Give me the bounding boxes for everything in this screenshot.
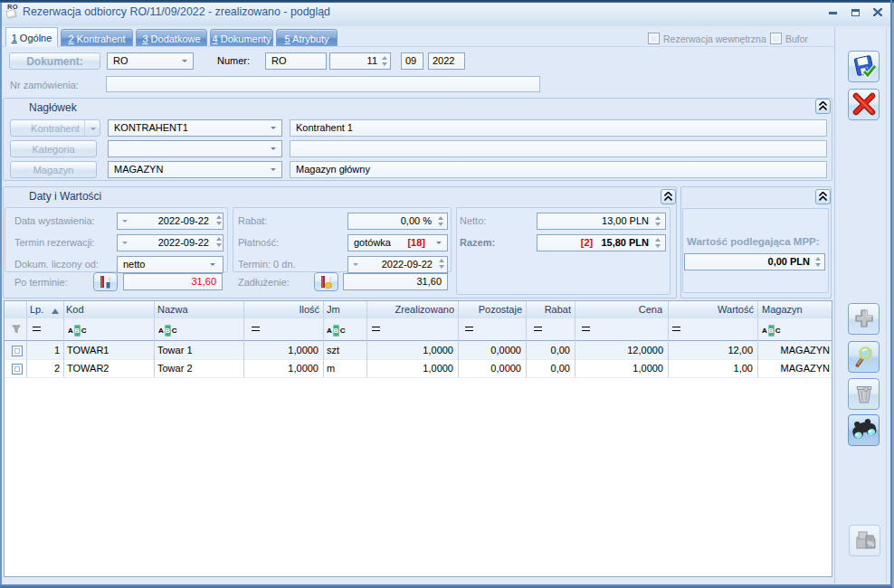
svg-text:%: % (867, 539, 874, 548)
